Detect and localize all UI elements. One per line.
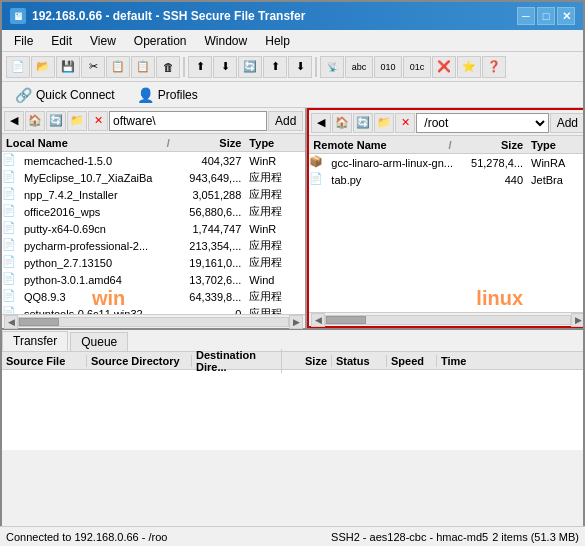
left-add-button[interactable]: Add — [268, 111, 303, 131]
toolbar-cut[interactable]: ✂ — [81, 56, 105, 78]
left-file-list: 📄 memcached-1.5.0 404,327 WinR 📄 MyEclip… — [2, 152, 305, 314]
right-delete-button[interactable]: ✕ — [395, 113, 415, 133]
header-dest-dir: Destination Dire... — [192, 349, 282, 373]
minimize-button[interactable]: ─ — [517, 7, 535, 25]
right-add-button[interactable]: Add — [550, 113, 585, 133]
file-icon: 📄 — [2, 221, 18, 237]
toolbar-open[interactable]: 📂 — [31, 56, 55, 78]
toolbar-network[interactable]: 📡 — [320, 56, 344, 78]
right-path-select[interactable]: /root — [416, 113, 548, 133]
file-name: tab.py — [327, 174, 457, 186]
right-header-size: Size — [457, 139, 527, 151]
menu-operation[interactable]: Operation — [126, 32, 195, 50]
left-scroll-right-btn[interactable]: ▶ — [289, 315, 303, 329]
toolbar-up2[interactable]: ⬆ — [263, 56, 287, 78]
file-icon: 📄 — [2, 255, 18, 271]
left-hscroll-thumb — [19, 318, 59, 326]
right-header-slash: / — [443, 139, 457, 151]
toolbar-down2[interactable]: ⬇ — [288, 56, 312, 78]
right-hscroll[interactable]: ◀ ▶ — [309, 312, 585, 326]
left-back-button[interactable]: ◀ — [4, 111, 24, 131]
toolbar-paste[interactable]: 📋 — [131, 56, 155, 78]
menu-edit[interactable]: Edit — [43, 32, 80, 50]
toolbar-delete[interactable]: 🗑 — [156, 56, 180, 78]
left-home-button[interactable]: 🏠 — [25, 111, 45, 131]
left-file-row[interactable]: 📄 npp_7.4.2_Installer 3,051,288 应用程 — [2, 186, 305, 203]
toolbar-save[interactable]: 💾 — [56, 56, 80, 78]
left-file-row[interactable]: 📄 memcached-1.5.0 404,327 WinR — [2, 152, 305, 169]
file-icon: 📄 — [2, 204, 18, 220]
restore-button[interactable]: □ — [537, 7, 555, 25]
right-home-button[interactable]: 🏠 — [332, 113, 352, 133]
tab-queue[interactable]: Queue — [70, 332, 128, 351]
file-icon: 📄 — [2, 187, 18, 203]
left-file-row[interactable]: 📄 python_2.7.13150 19,161,0... 应用程 — [2, 254, 305, 271]
profiles-button[interactable]: 👤 Profiles — [130, 84, 205, 106]
right-back-button[interactable]: ◀ — [311, 113, 331, 133]
header-time: Time — [437, 355, 583, 367]
header-source-file: Source File — [2, 355, 87, 367]
file-size: 64,339,8... — [175, 291, 245, 303]
status-connected-text: Connected to 192.168.0.66 - /roo — [6, 531, 327, 543]
left-file-row[interactable]: 📄 setuptools-0.6c11.win32... 0 应用程 — [2, 305, 305, 314]
toolbar-help[interactable]: ❓ — [482, 56, 506, 78]
toolbar-cancel[interactable]: ❌ — [432, 56, 456, 78]
quickconnect-icon: 🔗 — [15, 87, 32, 103]
file-icon: 📄 — [2, 238, 18, 254]
quick-connect-label: Quick Connect — [36, 88, 115, 102]
file-size: 1,744,747 — [175, 223, 245, 235]
file-type: WinR — [245, 155, 305, 167]
right-file-row[interactable]: 📦 gcc-linaro-arm-linux-gn... 51,278,4...… — [309, 154, 585, 171]
status-items-text: 2 items (51.3 MB) — [492, 531, 579, 543]
menu-window[interactable]: Window — [197, 32, 256, 50]
toolbar-copy[interactable]: 📋 — [106, 56, 130, 78]
toolbar-star[interactable]: ⭐ — [457, 56, 481, 78]
left-path-input[interactable] — [109, 111, 267, 131]
toolbar-010[interactable]: 010 — [374, 56, 402, 78]
menu-view[interactable]: View — [82, 32, 124, 50]
left-hscroll[interactable]: ◀ ▶ — [2, 314, 305, 328]
left-refresh-button[interactable]: 🔄 — [46, 111, 66, 131]
left-delete-button[interactable]: ✕ — [88, 111, 108, 131]
left-hscroll-track[interactable] — [18, 317, 289, 327]
left-file-row[interactable]: 📄 putty-x64-0.69cn 1,744,747 WinR — [2, 220, 305, 237]
menu-file[interactable]: File — [6, 32, 41, 50]
toolbar: 📄 📂 💾 ✂ 📋 📋 🗑 ⬆ ⬇ 🔄 ⬆ ⬇ 📡 abc 010 01c ❌ … — [2, 52, 583, 82]
left-file-row[interactable]: 📄 MyEclipse_10.7_XiaZaiBa 943,649,... 应用… — [2, 169, 305, 186]
tab-transfer[interactable]: Transfer — [2, 331, 68, 351]
toolbar-01c[interactable]: 01c — [403, 56, 431, 78]
close-button[interactable]: ✕ — [557, 7, 575, 25]
status-bar: Connected to 192.168.0.66 - /roo SSH2 - … — [0, 526, 585, 546]
menu-help[interactable]: Help — [257, 32, 298, 50]
file-name: memcached-1.5.0 — [20, 155, 175, 167]
left-file-row[interactable]: 📄 office2016_wps 56,880,6... 应用程 — [2, 203, 305, 220]
toolbar-up[interactable]: ⬆ — [188, 56, 212, 78]
left-file-row[interactable]: 📄 pycharm-professional-2... 213,354,... … — [2, 237, 305, 254]
title-bar: 🖥 192.168.0.66 - default - SSH Secure Fi… — [2, 2, 583, 30]
right-file-row[interactable]: 📄 tab.py 440 JetBra — [309, 171, 585, 188]
file-name: QQ8.9.3 — [20, 291, 175, 303]
left-file-row[interactable]: 📄 python-3.0.1.amd64 13,702,6... Wind — [2, 271, 305, 288]
right-new-folder-button[interactable]: 📁 — [374, 113, 394, 133]
quick-connect-button[interactable]: 🔗 Quick Connect — [8, 84, 122, 106]
file-type: 应用程 — [245, 289, 305, 304]
app-icon: 🖥 — [10, 8, 26, 24]
left-panel: ◀ 🏠 🔄 📁 ✕ Add Local Name / Size Type 📄 m… — [2, 108, 307, 328]
right-scroll-left-btn[interactable]: ◀ — [311, 313, 325, 327]
toolbar-new[interactable]: 📄 — [6, 56, 30, 78]
toolbar-refresh[interactable]: 🔄 — [238, 56, 262, 78]
left-file-row[interactable]: 📄 QQ8.9.3 64,339,8... 应用程 — [2, 288, 305, 305]
left-header-slash: / — [161, 137, 175, 149]
transfer-tabs: Transfer Queue — [2, 330, 583, 352]
right-scroll-right-btn[interactable]: ▶ — [571, 313, 585, 327]
toolbar-sep2 — [315, 57, 317, 77]
toolbar-abc[interactable]: abc — [345, 56, 373, 78]
right-refresh-button[interactable]: 🔄 — [353, 113, 373, 133]
file-size: 3,051,288 — [175, 189, 245, 201]
transfer-header: Source File Source Directory Destination… — [2, 352, 583, 370]
toolbar-down[interactable]: ⬇ — [213, 56, 237, 78]
file-size: 13,702,6... — [175, 274, 245, 286]
left-new-folder-button[interactable]: 📁 — [67, 111, 87, 131]
left-scroll-left-btn[interactable]: ◀ — [4, 315, 18, 329]
right-hscroll-track[interactable] — [325, 315, 571, 325]
